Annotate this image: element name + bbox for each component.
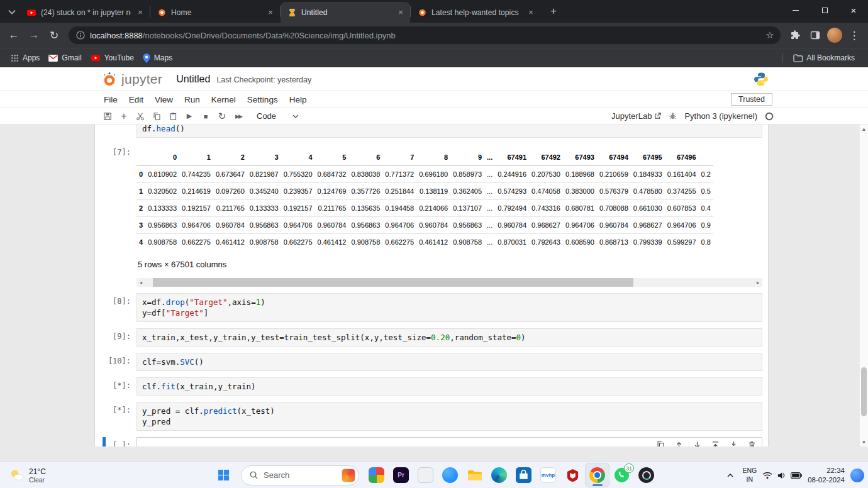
menu-settings[interactable]: Settings bbox=[242, 92, 284, 107]
interrupt-kernel-icon[interactable]: ■ bbox=[198, 109, 214, 123]
taskbar-app-mvp[interactable]: mvhp bbox=[536, 463, 560, 487]
new-tab-button[interactable]: + bbox=[545, 3, 562, 19]
bookmark-youtube[interactable]: YouTube bbox=[86, 50, 138, 65]
browser-tab-3[interactable]: Untitled× bbox=[281, 2, 410, 23]
code-cell[interactable]: [*]:clf.fit(x_train,y_train) bbox=[95, 377, 768, 396]
menu-help[interactable]: Help bbox=[284, 92, 313, 107]
reload-icon[interactable]: ↻ bbox=[45, 26, 64, 45]
taskbar-app-messenger[interactable] bbox=[438, 463, 462, 487]
scrollbar-thumb[interactable] bbox=[861, 367, 867, 416]
tab-close-icon[interactable]: × bbox=[526, 8, 536, 18]
insert-cell-icon[interactable]: + bbox=[116, 109, 132, 123]
restart-kernel-icon[interactable]: ↻ bbox=[214, 109, 230, 123]
forward-icon[interactable]: → bbox=[25, 26, 43, 45]
taskbar-search[interactable]: Search bbox=[241, 465, 359, 485]
trusted-badge[interactable]: Trusted bbox=[731, 93, 772, 106]
taskbar-app-edge[interactable] bbox=[487, 463, 511, 487]
code-cell[interactable]: [10]:clf=svm.SVC() bbox=[95, 353, 768, 371]
close-button[interactable]: × bbox=[839, 0, 868, 20]
cell-editor[interactable]: y_pred = clf.predict(x_test)y_pred bbox=[136, 402, 762, 431]
all-bookmarks-button[interactable]: All Bookmarks bbox=[789, 51, 859, 65]
battery-icon[interactable] bbox=[791, 472, 802, 479]
cell-type-dropdown[interactable]: Code bbox=[257, 111, 299, 121]
output-area[interactable]: [7]:0123456789...67491674926749367494674… bbox=[95, 144, 768, 287]
code-cell[interactable]: [*]:y_pred = clf.predict(x_test)y_pred bbox=[95, 402, 768, 431]
horizontal-scrollbar[interactable]: ◂▸ bbox=[136, 278, 762, 287]
chrome-menu-icon[interactable]: ⋮ bbox=[845, 26, 864, 45]
taskbar-app-snip[interactable] bbox=[413, 463, 438, 487]
tray-expand-icon[interactable] bbox=[724, 473, 737, 478]
hscroll-track[interactable] bbox=[145, 278, 754, 287]
taskbar-app-obs[interactable] bbox=[634, 463, 659, 487]
cell-editor[interactable]: clf.fit(x_train,y_train) bbox=[136, 377, 762, 396]
delete-cell-icon[interactable] bbox=[747, 440, 757, 446]
move-cell-down-icon[interactable] bbox=[693, 440, 702, 446]
start-button[interactable] bbox=[211, 463, 236, 487]
tab-close-icon[interactable]: × bbox=[265, 8, 275, 18]
bookmark-gmail[interactable]: Gmail bbox=[44, 50, 86, 65]
scrollbar-track[interactable] bbox=[860, 133, 868, 438]
minimize-button[interactable] bbox=[781, 0, 810, 20]
cell-editor[interactable]: df.head() bbox=[136, 125, 762, 138]
page-scrollbar[interactable]: ▲ ▼ bbox=[859, 125, 868, 446]
tab-close-icon[interactable]: × bbox=[396, 8, 406, 18]
notification-icon[interactable] bbox=[850, 469, 864, 482]
copy-cells-icon[interactable] bbox=[148, 109, 165, 123]
cell-editor[interactable]: x_train,x_test,y_train,y_test=train_test… bbox=[136, 328, 762, 347]
tab-search-icon[interactable] bbox=[4, 3, 20, 21]
volume-icon[interactable] bbox=[777, 472, 786, 479]
search-highlight-icon[interactable] bbox=[342, 469, 355, 482]
paste-cells-icon[interactable] bbox=[165, 109, 181, 123]
taskbar-clock[interactable]: 22:34 08-02-2024 bbox=[808, 466, 845, 485]
scroll-up-icon[interactable]: ▲ bbox=[860, 125, 868, 133]
debugger-icon[interactable] bbox=[669, 112, 677, 120]
back-icon[interactable]: ← bbox=[4, 26, 23, 45]
taskbar-app-chrome[interactable] bbox=[585, 463, 609, 487]
save-icon[interactable] bbox=[99, 109, 116, 123]
profile-avatar[interactable] bbox=[827, 28, 842, 43]
browser-tab-1[interactable]: (24) stuck on * in jupyter noteb...× bbox=[20, 2, 150, 23]
address-bar[interactable]: localhost:8888/notebooks/OneDrive/Docume… bbox=[69, 26, 781, 44]
weather-widget[interactable]: 21°C Clear bbox=[5, 464, 50, 486]
hscroll-thumb[interactable] bbox=[153, 278, 633, 287]
taskbar-app-whatsapp[interactable]: 31 bbox=[609, 463, 634, 487]
cell-editor[interactable]: x=df.drop("Target",axis=1)y=df["Target"] bbox=[136, 293, 762, 322]
bookmark-maps[interactable]: Maps bbox=[138, 50, 177, 65]
browser-tab-4[interactable]: Latest help-wanted topics - Jup...× bbox=[411, 2, 540, 23]
notebook-title[interactable]: Untitled bbox=[176, 74, 210, 85]
open-in-jupyterlab-link[interactable]: JupyterLab bbox=[611, 111, 661, 121]
scroll-left-icon[interactable]: ◂ bbox=[136, 278, 145, 287]
code-cell[interactable]: [9]:x_train,x_test,y_train,y_test=train_… bbox=[95, 328, 768, 347]
tab-close-icon[interactable]: × bbox=[135, 8, 145, 18]
scroll-down-icon[interactable]: ▼ bbox=[860, 438, 868, 446]
scroll-right-icon[interactable]: ▸ bbox=[754, 278, 762, 287]
run-cell-icon[interactable]: ▶ bbox=[181, 109, 198, 123]
restart-run-all-icon[interactable]: ▶▶ bbox=[230, 109, 247, 123]
wifi-icon[interactable] bbox=[762, 472, 772, 479]
site-info-icon[interactable] bbox=[76, 31, 85, 40]
taskbar-app-explorer[interactable] bbox=[462, 463, 487, 487]
code-cell[interactable]: df.head() bbox=[95, 125, 768, 138]
language-indicator[interactable]: ENG IN bbox=[742, 467, 757, 483]
menu-file[interactable]: File bbox=[98, 92, 123, 107]
browser-tab-2[interactable]: Home× bbox=[150, 2, 280, 23]
maximize-button[interactable] bbox=[810, 0, 839, 20]
code-cell[interactable]: [8]:x=df.drop("Target",axis=1)y=df["Targ… bbox=[95, 293, 768, 322]
kernel-name[interactable]: Python 3 (ipykernel) bbox=[684, 111, 757, 121]
side-panel-icon[interactable] bbox=[806, 26, 825, 45]
taskbar-app-photos[interactable] bbox=[364, 463, 389, 487]
duplicate-cell-icon[interactable] bbox=[656, 440, 665, 446]
notebook-scroll-area[interactable]: df.head()[7]:0123456789...67491674926749… bbox=[0, 125, 868, 461]
cut-cells-icon[interactable] bbox=[132, 109, 148, 123]
menu-kernel[interactable]: Kernel bbox=[206, 92, 242, 107]
extensions-icon[interactable] bbox=[786, 26, 804, 45]
taskbar-app-mcafee[interactable] bbox=[560, 463, 585, 487]
menu-view[interactable]: View bbox=[149, 92, 179, 107]
bookmark-apps[interactable]: Apps bbox=[6, 50, 44, 65]
bookmark-star-icon[interactable]: ☆ bbox=[762, 27, 778, 43]
jupyter-logo[interactable]: jupyter bbox=[101, 70, 162, 88]
taskbar-app-store[interactable] bbox=[511, 463, 536, 487]
menu-edit[interactable]: Edit bbox=[123, 92, 149, 107]
taskbar-app-premiere[interactable]: Pr bbox=[389, 463, 413, 487]
move-cell-up-icon[interactable] bbox=[674, 440, 684, 446]
